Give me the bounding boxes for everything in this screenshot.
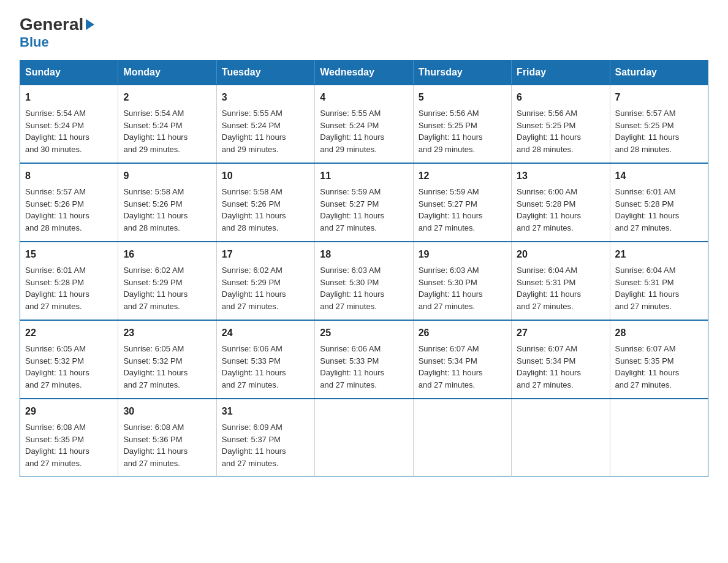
weekday-header-thursday: Thursday xyxy=(413,61,511,85)
day-info: Sunrise: 5:56 AM Sunset: 5:25 PM Dayligh… xyxy=(517,107,604,155)
calendar-week-row: 15Sunrise: 6:01 AM Sunset: 5:28 PM Dayli… xyxy=(20,242,708,320)
day-info: Sunrise: 5:55 AM Sunset: 5:24 PM Dayligh… xyxy=(320,107,408,155)
calendar-cell xyxy=(610,399,708,477)
calendar-cell xyxy=(512,399,610,477)
day-number: 23 xyxy=(123,326,211,340)
calendar-cell: 21Sunrise: 6:04 AM Sunset: 5:31 PM Dayli… xyxy=(610,242,708,320)
calendar-cell: 5Sunrise: 5:56 AM Sunset: 5:25 PM Daylig… xyxy=(413,85,511,163)
day-info: Sunrise: 6:06 AM Sunset: 5:33 PM Dayligh… xyxy=(222,343,309,391)
calendar-cell: 11Sunrise: 5:59 AM Sunset: 5:27 PM Dayli… xyxy=(315,163,413,242)
day-info: Sunrise: 6:00 AM Sunset: 5:28 PM Dayligh… xyxy=(517,186,604,234)
day-number: 30 xyxy=(123,404,211,419)
logo-general: General xyxy=(20,15,83,34)
calendar-cell: 13Sunrise: 6:00 AM Sunset: 5:28 PM Dayli… xyxy=(512,163,610,242)
calendar-cell: 24Sunrise: 6:06 AM Sunset: 5:33 PM Dayli… xyxy=(216,320,314,399)
day-number: 22 xyxy=(25,326,113,340)
calendar-header-row: SundayMondayTuesdayWednesdayThursdayFrid… xyxy=(20,61,708,85)
calendar-cell: 31Sunrise: 6:09 AM Sunset: 5:37 PM Dayli… xyxy=(216,399,314,477)
day-number: 2 xyxy=(123,90,211,105)
day-info: Sunrise: 5:56 AM Sunset: 5:25 PM Dayligh… xyxy=(419,107,506,155)
day-number: 5 xyxy=(419,90,506,105)
calendar-cell: 29Sunrise: 6:08 AM Sunset: 5:35 PM Dayli… xyxy=(20,399,118,477)
day-info: Sunrise: 6:03 AM Sunset: 5:30 PM Dayligh… xyxy=(320,264,408,312)
day-number: 24 xyxy=(222,326,309,340)
calendar-week-row: 22Sunrise: 6:05 AM Sunset: 5:32 PM Dayli… xyxy=(20,320,708,399)
calendar-cell: 30Sunrise: 6:08 AM Sunset: 5:36 PM Dayli… xyxy=(118,399,216,477)
day-info: Sunrise: 5:54 AM Sunset: 5:24 PM Dayligh… xyxy=(25,107,113,155)
calendar-cell xyxy=(315,399,413,477)
weekday-header-sunday: Sunday xyxy=(20,61,118,85)
day-number: 27 xyxy=(517,326,604,340)
calendar-cell: 27Sunrise: 6:07 AM Sunset: 5:34 PM Dayli… xyxy=(512,320,610,399)
day-info: Sunrise: 6:07 AM Sunset: 5:34 PM Dayligh… xyxy=(517,343,604,391)
day-number: 20 xyxy=(517,247,604,262)
day-info: Sunrise: 6:04 AM Sunset: 5:31 PM Dayligh… xyxy=(517,264,604,312)
day-number: 4 xyxy=(320,90,408,105)
weekday-header-saturday: Saturday xyxy=(610,61,708,85)
day-number: 3 xyxy=(222,90,309,105)
calendar-table: SundayMondayTuesdayWednesdayThursdayFrid… xyxy=(20,60,708,477)
day-info: Sunrise: 6:02 AM Sunset: 5:29 PM Dayligh… xyxy=(222,264,309,312)
day-number: 25 xyxy=(320,326,408,340)
day-info: Sunrise: 5:57 AM Sunset: 5:25 PM Dayligh… xyxy=(615,107,703,155)
day-number: 29 xyxy=(25,404,113,419)
calendar-week-row: 8Sunrise: 5:57 AM Sunset: 5:26 PM Daylig… xyxy=(20,163,708,242)
calendar-cell: 15Sunrise: 6:01 AM Sunset: 5:28 PM Dayli… xyxy=(20,242,118,320)
calendar-cell: 9Sunrise: 5:58 AM Sunset: 5:26 PM Daylig… xyxy=(118,163,216,242)
calendar-cell: 1Sunrise: 5:54 AM Sunset: 5:24 PM Daylig… xyxy=(20,85,118,163)
day-number: 14 xyxy=(615,169,703,183)
weekday-header-friday: Friday xyxy=(512,61,610,85)
calendar-cell: 6Sunrise: 5:56 AM Sunset: 5:25 PM Daylig… xyxy=(512,85,610,163)
day-info: Sunrise: 6:08 AM Sunset: 5:36 PM Dayligh… xyxy=(123,421,211,469)
calendar-cell: 4Sunrise: 5:55 AM Sunset: 5:24 PM Daylig… xyxy=(315,85,413,163)
logo: General Blue xyxy=(20,15,97,50)
calendar-cell: 19Sunrise: 6:03 AM Sunset: 5:30 PM Dayli… xyxy=(413,242,511,320)
day-number: 16 xyxy=(123,247,211,262)
day-info: Sunrise: 6:01 AM Sunset: 5:28 PM Dayligh… xyxy=(615,186,703,234)
day-info: Sunrise: 5:57 AM Sunset: 5:26 PM Dayligh… xyxy=(25,186,113,234)
calendar-cell: 14Sunrise: 6:01 AM Sunset: 5:28 PM Dayli… xyxy=(610,163,708,242)
day-number: 18 xyxy=(320,247,408,262)
day-number: 8 xyxy=(25,169,113,183)
calendar-week-row: 1Sunrise: 5:54 AM Sunset: 5:24 PM Daylig… xyxy=(20,85,708,163)
day-number: 10 xyxy=(222,169,309,183)
calendar-cell xyxy=(413,399,511,477)
logo-arrow-icon xyxy=(83,18,97,31)
calendar-cell: 2Sunrise: 5:54 AM Sunset: 5:24 PM Daylig… xyxy=(118,85,216,163)
day-info: Sunrise: 6:01 AM Sunset: 5:28 PM Dayligh… xyxy=(25,264,113,312)
calendar-cell: 26Sunrise: 6:07 AM Sunset: 5:34 PM Dayli… xyxy=(413,320,511,399)
day-info: Sunrise: 6:04 AM Sunset: 5:31 PM Dayligh… xyxy=(615,264,703,312)
calendar-cell: 3Sunrise: 5:55 AM Sunset: 5:24 PM Daylig… xyxy=(216,85,314,163)
weekday-header-wednesday: Wednesday xyxy=(315,61,413,85)
day-number: 9 xyxy=(123,169,211,183)
day-info: Sunrise: 5:54 AM Sunset: 5:24 PM Dayligh… xyxy=(123,107,211,155)
day-number: 11 xyxy=(320,169,408,183)
day-number: 7 xyxy=(615,90,703,105)
logo-blue: Blue xyxy=(20,34,49,50)
day-info: Sunrise: 6:06 AM Sunset: 5:33 PM Dayligh… xyxy=(320,343,408,391)
calendar-cell: 7Sunrise: 5:57 AM Sunset: 5:25 PM Daylig… xyxy=(610,85,708,163)
day-info: Sunrise: 5:58 AM Sunset: 5:26 PM Dayligh… xyxy=(123,186,211,234)
day-info: Sunrise: 5:59 AM Sunset: 5:27 PM Dayligh… xyxy=(320,186,408,234)
calendar-cell: 23Sunrise: 6:05 AM Sunset: 5:32 PM Dayli… xyxy=(118,320,216,399)
calendar-cell: 12Sunrise: 5:59 AM Sunset: 5:27 PM Dayli… xyxy=(413,163,511,242)
calendar-cell: 22Sunrise: 6:05 AM Sunset: 5:32 PM Dayli… xyxy=(20,320,118,399)
day-number: 28 xyxy=(615,326,703,340)
calendar-cell: 8Sunrise: 5:57 AM Sunset: 5:26 PM Daylig… xyxy=(20,163,118,242)
day-number: 12 xyxy=(419,169,506,183)
day-info: Sunrise: 6:07 AM Sunset: 5:34 PM Dayligh… xyxy=(419,343,506,391)
day-number: 31 xyxy=(222,404,309,419)
day-info: Sunrise: 6:03 AM Sunset: 5:30 PM Dayligh… xyxy=(419,264,506,312)
calendar-cell: 25Sunrise: 6:06 AM Sunset: 5:33 PM Dayli… xyxy=(315,320,413,399)
day-info: Sunrise: 6:05 AM Sunset: 5:32 PM Dayligh… xyxy=(25,343,113,391)
day-number: 19 xyxy=(419,247,506,262)
day-number: 21 xyxy=(615,247,703,262)
day-number: 26 xyxy=(419,326,506,340)
day-number: 1 xyxy=(25,90,113,105)
day-info: Sunrise: 6:09 AM Sunset: 5:37 PM Dayligh… xyxy=(222,421,309,469)
weekday-header-monday: Monday xyxy=(118,61,216,85)
day-info: Sunrise: 5:58 AM Sunset: 5:26 PM Dayligh… xyxy=(222,186,309,234)
calendar-cell: 10Sunrise: 5:58 AM Sunset: 5:26 PM Dayli… xyxy=(216,163,314,242)
day-info: Sunrise: 5:55 AM Sunset: 5:24 PM Dayligh… xyxy=(222,107,309,155)
weekday-header-tuesday: Tuesday xyxy=(216,61,314,85)
